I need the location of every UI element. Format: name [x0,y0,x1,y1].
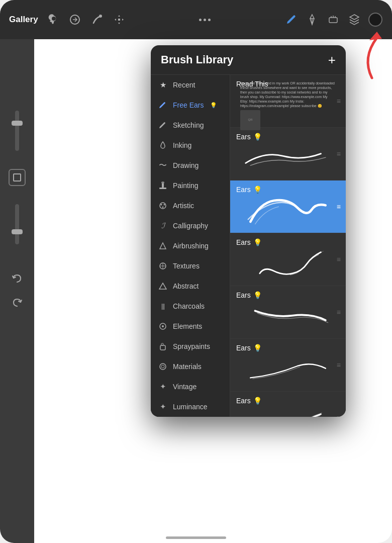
brush-preview-read-this: If you are interested in my work OR acci… [236,88,340,123]
color-picker[interactable] [368,12,383,27]
sidebar-label-luminance: Luminance [173,403,208,411]
bulb-icon-ears-6: 💡 [253,397,262,405]
top-bar: Gallery [0,0,392,39]
sidebar-item-artistic[interactable]: Artistic [151,196,230,216]
sidebar-label-recent: Recent [173,81,195,89]
brush-preview-ears-3 [236,246,340,282]
brush-sidebar: ★ Recent Free Ears 💡 [151,75,230,417]
palette-icon [158,201,168,211]
brush-name-ears-1: Ears 💡 [236,133,262,141]
sidebar-label-sketching: Sketching [173,121,204,129]
eraser-tool-icon[interactable] [326,12,341,27]
sidebar-label-spraypaints: Spraypaints [173,342,210,350]
layers-icon[interactable] [347,12,362,27]
brush-item-ears-3[interactable]: Ears 💡 ≡ [230,233,346,286]
brush-list: Read This If you are interested in my wo… [230,75,346,417]
ipad-frame: Gallery [0,0,392,543]
sidebar-item-luminance[interactable]: ✦ Luminance [151,397,230,417]
pen-tool-icon[interactable] [283,12,299,27]
sidebar-item-materials[interactable]: Materials [151,356,230,377]
bulb-icon-ears-5: 💡 [253,344,262,352]
sidebar-item-vintage[interactable]: ✦ Vintage [151,377,230,397]
svg-point-6 [161,182,164,184]
drag-handle-ears-4: ≡ [337,308,341,316]
smudge-icon[interactable] [89,12,105,27]
brush-item-ears-4[interactable]: Ears 💡 ≡ [230,286,346,339]
bulb-icon-ears-1: 💡 [253,133,262,141]
brush-preview-ears-4 [236,299,340,334]
bulb-icon-ears-4: 💡 [253,291,262,299]
sidebar-label-free-ears: Free Ears [173,101,204,109]
square-tool[interactable] [9,169,26,186]
sidebar-label-materials: Materials [173,363,202,371]
sidebar-item-painting[interactable]: Painting [151,175,230,196]
brush-item-ears-5[interactable]: Ears 💡 ≡ [230,339,346,392]
svg-rect-3 [329,18,337,23]
sidebar-item-airbrushing[interactable]: Airbrushing [151,236,230,256]
drag-handle-ears-3: ≡ [337,255,341,263]
ink-icon [158,140,168,150]
sidebar-label-abstract: Abstract [173,282,199,290]
luminance-icon: ✦ [158,402,168,412]
sidebar-item-sketching[interactable]: Sketching [151,115,230,135]
brush-preview-ears-1 [236,141,340,176]
brush-library-title: Brush Library [161,53,233,66]
redo-button[interactable] [6,292,28,314]
sidebar-item-abstract[interactable]: Abstract [151,276,230,296]
sidebar-item-free-ears[interactable]: Free Ears 💡 [151,95,230,115]
sidebar-item-spraypaints[interactable]: Spraypaints [151,336,230,356]
top-bar-right [283,12,383,27]
gallery-button[interactable]: Gallery [9,15,38,25]
sidebar-label-airbrushing: Airbrushing [173,242,209,250]
brush-name-read-this: Read This [236,80,268,88]
sidebar-item-elements[interactable]: Elements [151,316,230,336]
vintage-icon: ✦ [158,382,168,392]
svg-rect-2 [118,19,120,21]
drag-handle-ears-1: ≡ [337,150,341,158]
brush-item-ears-6[interactable]: Ears 💡 ≡ [230,392,346,417]
airbrush-icon [158,241,168,251]
move-icon[interactable] [112,12,127,27]
drawing-icon: 〜 [158,160,168,170]
brush-item-ears-2[interactable]: Ears 💡 ≡ [230,180,346,233]
sidebar-label-vintage: Vintage [173,383,197,391]
svg-rect-4 [159,188,166,189]
brush-size-slider[interactable] [15,111,19,151]
bulb-icon-ears-3: 💡 [253,238,262,246]
left-toolbar [0,39,34,543]
opacity-slider[interactable] [15,204,19,244]
brush-name-ears-3: Ears 💡 [236,238,262,246]
sidebar-item-textures[interactable]: Textures [151,256,230,276]
svg-point-17 [162,325,164,327]
charcoal-icon: ||| [158,301,168,311]
undo-button[interactable] [6,267,28,290]
sidebar-label-painting: Painting [173,182,199,190]
svg-point-10 [162,207,164,208]
brush-item-ears-1[interactable]: Ears 💡 ≡ [230,128,346,180]
sidebar-item-inking[interactable]: Inking [151,135,230,155]
more-options[interactable] [199,19,211,21]
add-brush-button[interactable]: + [328,53,336,66]
spray-icon [158,341,168,351]
sidebar-item-calligraphy[interactable]: ℐ Calligraphy [151,216,230,236]
sidebar-item-recent[interactable]: ★ Recent [151,75,230,95]
brush-library-header: Brush Library + [151,45,346,75]
brush-name-ears-6: Ears 💡 [236,397,262,405]
top-bar-left: Gallery [9,12,127,27]
sidebar-label-drawing: Drawing [173,161,199,169]
nib-tool-icon[interactable] [305,12,320,27]
brush-item-read-this[interactable]: Read This If you are interested in my wo… [230,75,346,128]
brush-library-body: ★ Recent Free Ears 💡 [151,75,346,417]
sidebar-item-charcoals[interactable]: ||| Charcoals [151,296,230,316]
sidebar-label-elements: Elements [173,322,202,330]
top-bar-center [127,19,283,21]
adjust-icon[interactable] [67,12,82,27]
sidebar-item-drawing[interactable]: 〜 Drawing [151,155,230,175]
brush-preview-ears-6 [236,405,340,417]
svg-marker-15 [159,283,166,289]
star-icon: ★ [158,80,168,90]
home-indicator [166,536,226,539]
svg-point-21 [161,365,164,368]
wrench-icon[interactable] [45,12,60,27]
drag-handle-ears-2: ≡ [337,203,341,211]
